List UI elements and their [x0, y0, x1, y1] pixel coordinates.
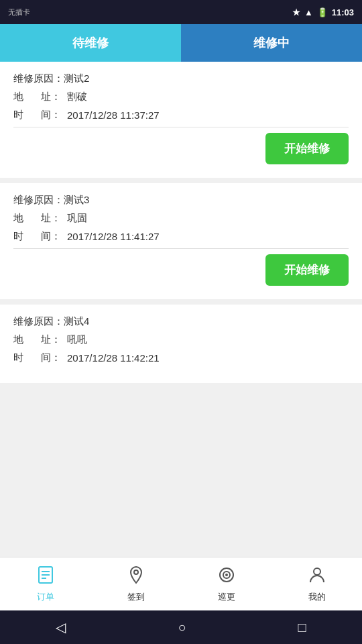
card-2-address-value: 巩固 [67, 212, 87, 225]
card-2-reason-label: 维修原因： [13, 194, 64, 207]
card-2-time-sub: 间 [32, 230, 51, 243]
nav-label-patrol: 巡更 [218, 591, 235, 603]
card-1-time-row: 时 间 ： 2017/12/28 11:37:27 [13, 109, 349, 121]
card-2-reason-row: 维修原因： 测试3 [13, 194, 349, 207]
nav-label-profile: 我的 [308, 591, 326, 603]
card-2-address-main: 地 [13, 212, 32, 225]
card-1-address-main: 地 [13, 91, 32, 103]
card-1-divider [13, 127, 349, 127]
card-2-reason-value: 测试3 [64, 194, 89, 207]
card-3-reason-value: 测试4 [64, 315, 89, 328]
card-2-time-label-group: 时 间 ： [13, 230, 67, 243]
card-1-address-value: 割破 [67, 91, 87, 103]
card-3-address-sub: 址 [32, 333, 51, 346]
nav-item-patrol[interactable]: 巡更 [181, 565, 272, 603]
card-2-address-colon: ： [51, 212, 61, 225]
status-bar-right: ★ ▲ 🔋 11:03 [292, 7, 354, 17]
card-2-address-sub: 址 [32, 212, 51, 225]
android-home-button[interactable]: ○ [178, 620, 186, 635]
android-back-button[interactable]: ◁ [56, 619, 66, 635]
card-2-time-main: 时 [13, 230, 32, 243]
location-icon [126, 565, 146, 588]
card-3-address-main: 地 [13, 333, 32, 346]
card-3: 维修原因： 测试4 地 址 ： 吼吼 时 间 ： 2017/12/28 11:4… [0, 305, 362, 383]
wifi-icon: ▲ [304, 7, 313, 17]
android-recent-button[interactable]: □ [298, 620, 306, 635]
card-1-address-label-group: 地 址 ： [13, 91, 67, 103]
svg-point-4 [134, 570, 138, 574]
card-1-time-label-group: 时 间 ： [13, 109, 67, 121]
patrol-icon [217, 565, 237, 588]
card-3-address-label-group: 地 址 ： [13, 333, 67, 346]
card-1-start-button[interactable]: 开始维修 [265, 133, 349, 164]
card-1-time-sub: 间 [32, 109, 51, 121]
card-1-time-main: 时 [13, 109, 32, 121]
card-2-address-row: 地 址 ： 巩固 [13, 212, 349, 225]
card-3-address-colon: ： [51, 333, 61, 346]
card-3-time-label-group: 时 间 ： [13, 352, 67, 364]
profile-icon [307, 565, 327, 588]
svg-point-8 [314, 568, 320, 575]
nav-item-signin[interactable]: 签到 [90, 565, 181, 603]
card-2-address-label-group: 地 址 ： [13, 212, 67, 225]
card-2-time-colon: ： [51, 230, 61, 243]
card-2-start-button[interactable]: 开始维修 [265, 254, 349, 286]
time-display: 11:03 [332, 7, 354, 17]
card-3-reason-label: 维修原因： [13, 315, 64, 328]
nav-label-signin: 签到 [127, 591, 145, 603]
nav-item-order[interactable]: 订单 [0, 565, 90, 603]
card-3-time-row: 时 间 ： 2017/12/28 11:42:21 [13, 352, 349, 364]
tab-in-progress[interactable]: 维修中 [181, 24, 362, 62]
nav-label-order: 订单 [37, 591, 54, 603]
nav-item-profile[interactable]: 我的 [272, 565, 362, 603]
card-3-time-sub: 间 [32, 352, 51, 364]
card-1-address-sub: 址 [32, 91, 51, 103]
card-1: 维修原因： 测试2 地 址 ： 割破 时 间 ： 2017/12/28 11:3… [0, 62, 362, 178]
status-bar: 无插卡 ★ ▲ 🔋 11:03 [0, 0, 362, 24]
card-3-address-row: 地 址 ： 吼吼 [13, 333, 349, 346]
card-1-time-colon: ： [51, 109, 61, 121]
card-3-address-value: 吼吼 [67, 333, 87, 346]
card-2-time-value: 2017/12/28 11:41:27 [67, 231, 160, 242]
card-3-time-value: 2017/12/28 11:42:21 [67, 352, 160, 364]
status-bar-left: 无插卡 [8, 7, 30, 17]
card-1-time-value: 2017/12/28 11:37:27 [67, 109, 160, 121]
card-2-divider [13, 248, 349, 249]
card-1-reason-value: 测试2 [64, 72, 89, 85]
card-2-time-row: 时 间 ： 2017/12/28 11:41:27 [13, 230, 349, 243]
android-nav-bar: ◁ ○ □ [0, 610, 362, 644]
svg-point-7 [225, 574, 228, 576]
card-1-address-colon: ： [51, 91, 61, 103]
tab-bar: 待维修 维修中 [0, 24, 362, 62]
battery-icon: 🔋 [317, 7, 328, 17]
content-area: 维修原因： 测试2 地 址 ： 割破 时 间 ： 2017/12/28 11:3… [0, 62, 362, 557]
card-3-reason-row: 维修原因： 测试4 [13, 315, 349, 328]
card-3-time-main: 时 [13, 352, 32, 364]
order-icon [36, 565, 56, 588]
card-1-reason-row: 维修原因： 测试2 [13, 72, 349, 85]
bluetooth-icon: ★ [292, 7, 300, 17]
card-2: 维修原因： 测试3 地 址 ： 巩固 时 间 ： 2017/12/28 11:4… [0, 183, 362, 299]
card-1-reason-label: 维修原因： [13, 72, 64, 85]
bottom-nav: 订单 签到 巡更 我的 [0, 557, 362, 610]
card-3-time-colon: ： [51, 352, 61, 364]
card-1-address-row: 地 址 ： 割破 [13, 91, 349, 103]
tab-pending[interactable]: 待维修 [0, 24, 181, 62]
